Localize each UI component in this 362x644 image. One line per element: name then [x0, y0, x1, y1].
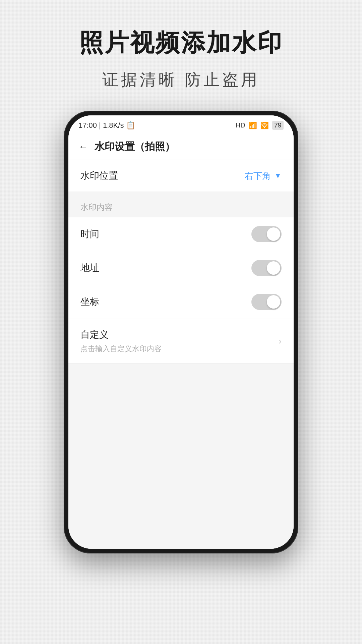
watermark-position-row[interactable]: 水印位置 右下角 ▼: [68, 160, 294, 192]
hd-badge: HD: [236, 121, 245, 129]
coordinates-label: 坐标: [80, 296, 99, 308]
status-time: 17:00 | 1.8K/s 📋: [78, 121, 135, 130]
section-header-text: 水印内容: [80, 203, 113, 212]
nav-bar: ← 水印设置（拍照）: [68, 134, 294, 160]
main-title: 照片视频添加水印: [79, 27, 283, 59]
watermark-position-value[interactable]: 右下角 ▼: [245, 170, 282, 182]
custom-row[interactable]: 自定义 点击输入自定义水印内容 ›: [68, 319, 294, 364]
address-toggle-row: 地址: [68, 251, 294, 285]
content-area: 水印位置 右下角 ▼ 水印内容 时间 地址: [68, 160, 294, 549]
time-toggle[interactable]: [251, 226, 282, 242]
battery-icon: 79: [272, 121, 284, 130]
signal-icon: 📶: [249, 121, 257, 129]
chevron-right-icon: ›: [279, 336, 282, 346]
page-header: 照片视频添加水印 证据清晰 防止盗用: [79, 27, 283, 91]
coordinates-toggle[interactable]: [251, 294, 282, 310]
time-toggle-row: 时间: [68, 217, 294, 251]
phone-screen: 17:00 | 1.8K/s 📋 HD 📶 🛜 79 ← 水印设置（拍照） 水印…: [68, 115, 294, 549]
phone-wrapper: 17:00 | 1.8K/s 📋 HD 📶 🛜 79 ← 水印设置（拍照） 水印…: [64, 111, 298, 553]
custom-row-title: 自定义: [80, 328, 162, 341]
watermark-position-label: 水印位置: [80, 169, 118, 182]
custom-row-hint: 点击输入自定义水印内容: [80, 344, 162, 354]
custom-row-left: 自定义 点击输入自定义水印内容: [80, 328, 162, 354]
status-bar: 17:00 | 1.8K/s 📋 HD 📶 🛜 79: [68, 115, 294, 134]
phone-frame: 17:00 | 1.8K/s 📋 HD 📶 🛜 79 ← 水印设置（拍照） 水印…: [64, 111, 298, 553]
nav-title: 水印设置（拍照）: [95, 140, 175, 154]
position-value-text: 右下角: [245, 170, 271, 182]
back-button[interactable]: ←: [78, 142, 88, 152]
wifi-icon: 🛜: [260, 121, 269, 129]
status-right: HD 📶 🛜 79: [236, 121, 284, 130]
dropdown-arrow-icon: ▼: [274, 171, 282, 180]
address-label: 地址: [80, 262, 99, 274]
address-toggle[interactable]: [251, 260, 282, 276]
time-label: 时间: [80, 228, 99, 240]
watermark-content-header: 水印内容: [68, 197, 294, 217]
coordinates-toggle-row: 坐标: [68, 285, 294, 319]
sub-title: 证据清晰 防止盗用: [79, 69, 283, 91]
